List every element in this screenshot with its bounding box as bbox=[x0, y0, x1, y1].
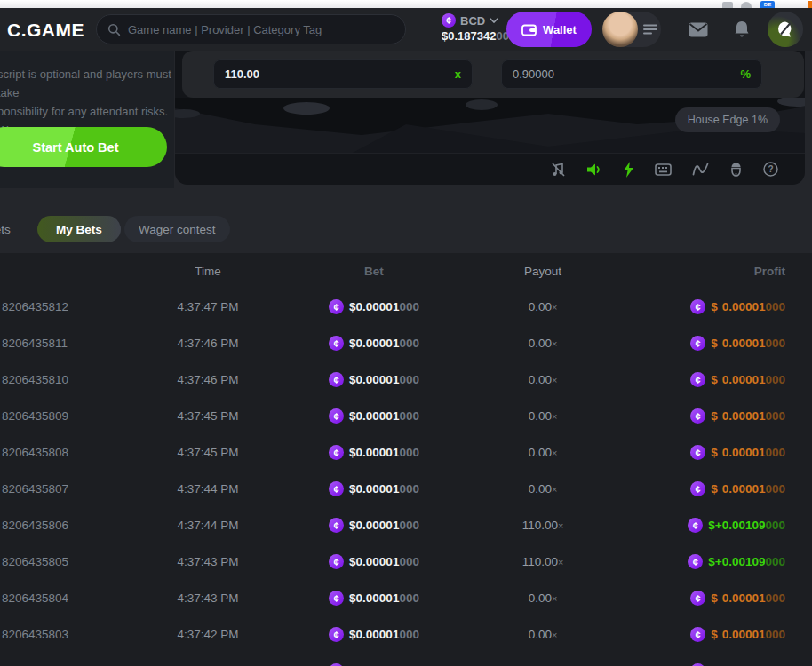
profit-cell: ¢ $0.00001000 bbox=[649, 336, 785, 351]
house-edge-badge: House Edge 1% bbox=[675, 107, 780, 132]
profit-amount: $0.00001000 bbox=[711, 337, 785, 350]
bet-amount-zeros: 000 bbox=[399, 337, 419, 350]
sound-on-icon[interactable] bbox=[586, 163, 602, 177]
fairness-seed-icon[interactable] bbox=[729, 162, 743, 178]
table-row[interactable]: 8206435803 4:37:42 PM ¢ $0.00001000 0.00… bbox=[0, 616, 812, 653]
payout-multiplier-sign: × bbox=[558, 557, 563, 567]
profit-amount: $0.00001000 bbox=[711, 373, 785, 386]
avatar[interactable] bbox=[602, 12, 638, 47]
bet-amount-zeros: 000 bbox=[399, 409, 419, 423]
bet-amount-cell: ¢ $0.00001000 bbox=[311, 408, 437, 424]
table-row[interactable]: ¢ $0.00001000 ¢ $0.00001000 bbox=[0, 653, 812, 666]
browser-edge-decoration bbox=[808, 1, 812, 8]
svg-text:?: ? bbox=[768, 164, 773, 174]
profit-trailing-zeros: 000 bbox=[765, 300, 785, 313]
profit-trailing-zeros: 000 bbox=[765, 628, 785, 641]
profit-trailing-zeros: 000 bbox=[765, 482, 785, 496]
bet-time: 4:37:44 PM bbox=[105, 519, 311, 532]
messages-icon[interactable] bbox=[689, 22, 708, 37]
tab-my-bets[interactable]: My Bets bbox=[37, 216, 121, 242]
profit-amount: $0.00001000 bbox=[711, 628, 785, 641]
win-chance-input[interactable]: 0.90000 % bbox=[501, 59, 762, 89]
table-row[interactable]: 8206435812 4:37:47 PM ¢ $0.00001000 0.00… bbox=[0, 289, 812, 325]
payout-multiplier-sign: × bbox=[552, 338, 557, 349]
bet-id: 8206435805 bbox=[0, 555, 105, 568]
site-header: C.GAME Game name | Provider | Category T… bbox=[0, 8, 812, 51]
autobet-panel: script is optional and players must take… bbox=[0, 51, 174, 188]
browser-profile-icon[interactable] bbox=[741, 2, 752, 8]
profit-currency-sign: $ bbox=[711, 337, 718, 350]
bet-id: 8206435809 bbox=[0, 409, 105, 423]
bet-time: 4:37:46 PM bbox=[105, 337, 311, 350]
game-toolbar: ? bbox=[175, 153, 805, 185]
bcd-coin-icon: ¢ bbox=[329, 408, 344, 424]
bcd-coin-icon: ¢ bbox=[329, 336, 344, 351]
bet-amount-zeros: 000 bbox=[399, 446, 419, 459]
music-off-icon[interactable] bbox=[551, 162, 566, 178]
profit-cell: ¢ $0.00001000 bbox=[649, 372, 785, 387]
bet-amount-cell: ¢ $0.00001000 bbox=[311, 591, 437, 606]
table-row[interactable]: 8206435808 4:37:45 PM ¢ $0.00001000 0.00… bbox=[0, 434, 812, 471]
bcd-coin-icon: ¢ bbox=[329, 518, 344, 533]
chat-toggle[interactable] bbox=[768, 12, 803, 47]
table-row[interactable]: 8206435809 4:37:45 PM ¢ $0.00001000 0.00… bbox=[0, 398, 812, 434]
tab-wager-contest[interactable]: Wager contest bbox=[124, 216, 230, 242]
col-header-time: Time bbox=[105, 265, 311, 278]
profit-amount: $0.00001000 bbox=[711, 300, 785, 313]
table-row[interactable]: 8206435807 4:37:44 PM ¢ $0.00001000 0.00… bbox=[0, 471, 812, 507]
hotkeys-keyboard-icon[interactable] bbox=[655, 163, 672, 176]
start-auto-bet-button[interactable]: Start Auto Bet bbox=[0, 127, 167, 167]
profile-menu[interactable] bbox=[602, 12, 661, 47]
payout-cell: 110.00× bbox=[437, 555, 649, 568]
search-input[interactable]: Game name | Provider | Category Tag bbox=[96, 14, 406, 44]
bet-id: 8206435808 bbox=[0, 446, 105, 459]
bet-id: 8206435807 bbox=[0, 482, 105, 496]
currency-selector[interactable]: ¢ BCD $0.18734200 bbox=[442, 13, 509, 43]
live-stats-icon[interactable] bbox=[692, 163, 709, 176]
payout-multiplier-sign: × bbox=[552, 630, 557, 640]
bcd-coin-icon: ¢ bbox=[329, 591, 344, 606]
bcd-coin-icon: ¢ bbox=[690, 299, 705, 314]
payout-value: 0.00 bbox=[529, 337, 552, 350]
wallet-button[interactable]: Wallet bbox=[506, 12, 592, 47]
table-row[interactable]: 8206435805 4:37:43 PM ¢ $0.00001000 110.… bbox=[0, 543, 812, 580]
site-logo[interactable]: C.GAME bbox=[7, 20, 84, 41]
table-row[interactable]: 8206435806 4:37:44 PM ¢ $0.00001000 110.… bbox=[0, 507, 812, 543]
table-row[interactable]: 8206435804 4:37:43 PM ¢ $0.00001000 0.00… bbox=[0, 580, 812, 616]
bet-amount: $0.00001000 bbox=[349, 409, 419, 423]
profit-cell: ¢ $0.00001000 bbox=[649, 481, 785, 496]
table-row[interactable]: 8206435811 4:37:46 PM ¢ $0.00001000 0.00… bbox=[0, 325, 812, 361]
profit-cell: ¢ $0.00001000 bbox=[649, 627, 785, 642]
profit-trailing-zeros: 000 bbox=[765, 373, 785, 386]
bcd-coin-icon: ¢ bbox=[690, 372, 705, 387]
game-panel: 110.00 x 0.90000 % House Edge 1% bbox=[175, 51, 805, 185]
bc-game-page: DE C.GAME Game name | Provider | Categor… bbox=[0, 0, 812, 666]
profit-cell: ¢ $+0.00109000 bbox=[649, 518, 785, 533]
translate-extension-badge[interactable]: DE bbox=[760, 1, 775, 8]
bets-tabs: All Bets My Bets Wager contest bbox=[0, 216, 812, 242]
payout-cell: 0.00× bbox=[437, 409, 649, 423]
bet-time: 4:37:43 PM bbox=[105, 555, 311, 568]
wallet-balance: $0.18734200 bbox=[442, 29, 509, 43]
notifications-bell-icon[interactable] bbox=[734, 20, 750, 38]
turbo-bolt-icon[interactable] bbox=[623, 162, 634, 178]
payout-cell: 0.00× bbox=[437, 628, 649, 641]
col-header-profit: Profit bbox=[649, 265, 785, 278]
profit-value: 0.00109 bbox=[722, 555, 766, 568]
bet-amount: $0.00001000 bbox=[349, 591, 419, 605]
search-placeholder: Game name | Provider | Category Tag bbox=[128, 23, 322, 36]
profit-trailing-zeros: 000 bbox=[765, 555, 785, 568]
bcd-coin-icon: ¢ bbox=[690, 481, 705, 496]
extensions-icon[interactable] bbox=[722, 2, 733, 8]
table-row[interactable]: 8206435810 4:37:46 PM ¢ $0.00001000 0.00… bbox=[0, 361, 812, 398]
profit-amount: $0.00001000 bbox=[711, 409, 785, 423]
payout-input[interactable]: 110.00 x bbox=[213, 59, 473, 89]
wallet-icon bbox=[521, 23, 537, 36]
bet-time: 4:37:45 PM bbox=[105, 409, 311, 423]
tab-all-bets[interactable]: All Bets bbox=[0, 216, 11, 242]
payout-value: 0.00 bbox=[529, 446, 552, 459]
bet-amount-zeros: 000 bbox=[399, 300, 419, 313]
help-icon[interactable]: ? bbox=[763, 162, 778, 177]
balance-main: $0.187342 bbox=[442, 29, 496, 43]
profit-value: 0.00109 bbox=[722, 519, 766, 532]
